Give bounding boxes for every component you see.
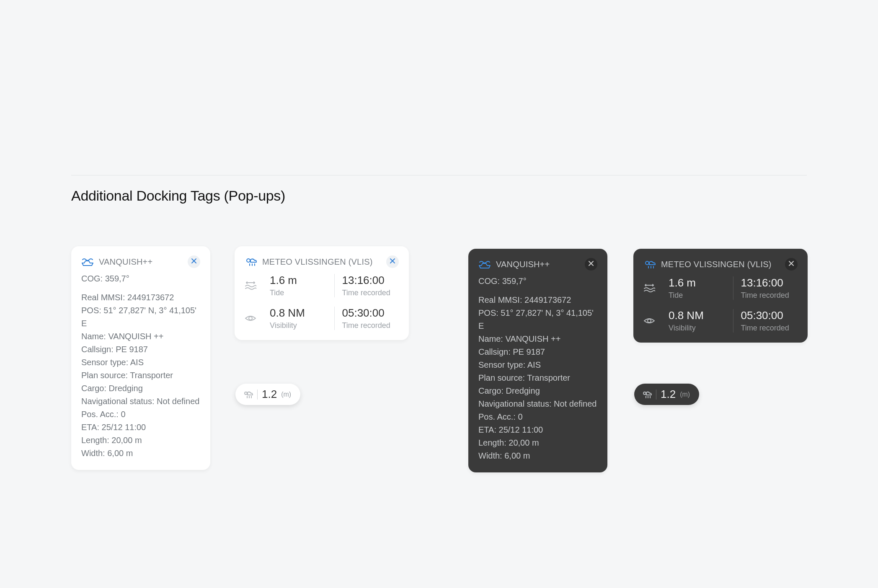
svg-point-12 bbox=[646, 261, 649, 265]
visibility-value: 0.8 NM bbox=[669, 309, 726, 322]
tide-time-cell: 13:16:00 Time recorded bbox=[741, 276, 798, 300]
detail-row: Length: 20,00 m bbox=[81, 434, 200, 447]
separator bbox=[733, 309, 733, 333]
detail-row: Width: 6,00 m bbox=[81, 447, 200, 460]
detail-row: Name: VANQUISH ++ bbox=[478, 333, 597, 346]
detail-row: ETA: 25/12 11:00 bbox=[81, 421, 200, 434]
separator bbox=[733, 276, 733, 300]
vessel-popup-light: VANQUISH++ COG: 359,7° Real MMSI: 244917… bbox=[71, 246, 210, 470]
separator bbox=[334, 274, 335, 297]
card-header: VANQUISH++ bbox=[478, 258, 597, 271]
pill-value: 1.2 bbox=[661, 388, 676, 401]
tide-label: Tide bbox=[669, 291, 726, 300]
separator bbox=[334, 307, 335, 330]
visibility-value: 0.8 NM bbox=[270, 307, 327, 320]
tide-value: 1.6 m bbox=[669, 276, 726, 289]
divider bbox=[71, 175, 807, 175]
detail-row: Length: 20,00 m bbox=[478, 436, 597, 449]
meteo-popup-dark: METEO VLISSINGEN (VLIS) 1.6 m Tide 13:16… bbox=[633, 249, 808, 343]
detail-row: Plan source: Transporter bbox=[478, 371, 597, 384]
meteo-readings: 1.6 m Tide 13:16:00 Time recorded 0.8 NM… bbox=[245, 274, 399, 330]
time-label: Time recorded bbox=[342, 321, 399, 330]
tide-time: 13:16:00 bbox=[342, 274, 399, 287]
visibility-cell: 0.8 NM Visibility bbox=[669, 309, 726, 333]
close-button[interactable] bbox=[386, 255, 399, 268]
pill-value: 1.2 bbox=[262, 388, 277, 401]
detail-row: Real MMSI: 2449173672 bbox=[81, 291, 200, 304]
pill-unit: (m) bbox=[680, 391, 690, 398]
detail-row: Plan source: Transporter bbox=[81, 369, 200, 382]
visibility-label: Visibility bbox=[270, 321, 327, 330]
card-header: METEO VLISSINGEN (VLIS) bbox=[643, 258, 798, 271]
close-icon bbox=[390, 258, 395, 266]
cog-value: COG: 359,7° bbox=[81, 274, 200, 284]
meteo-popup-light: METEO VLISSINGEN (VLIS) 1.6 m Tide 13:16… bbox=[235, 246, 409, 340]
svg-point-24 bbox=[643, 392, 646, 395]
meteo-pill-light[interactable]: 1.2 (m) bbox=[235, 384, 300, 405]
cog-value: COG: 359,7° bbox=[478, 276, 597, 286]
card-header: VANQUISH++ bbox=[81, 255, 200, 268]
close-button[interactable] bbox=[785, 258, 798, 271]
card-title: VANQUISH++ bbox=[496, 260, 550, 269]
visibility-cell: 0.8 NM Visibility bbox=[270, 307, 327, 330]
close-icon bbox=[588, 260, 594, 268]
detail-row: Sensor type: AIS bbox=[81, 356, 200, 369]
svg-point-19 bbox=[648, 319, 651, 322]
meteo-readings: 1.6 m Tide 13:16:00 Time recorded 0.8 NM… bbox=[643, 276, 798, 333]
detail-row: Cargo: Dredging bbox=[478, 384, 597, 397]
close-button[interactable] bbox=[188, 255, 200, 268]
time-label: Time recorded bbox=[342, 289, 399, 297]
detail-row: Callsign: PE 9187 bbox=[478, 346, 597, 358]
close-icon bbox=[191, 258, 197, 266]
detail-row: Cargo: Dredging bbox=[81, 382, 200, 395]
tide-cell: 1.6 m Tide bbox=[669, 276, 726, 300]
section-title: Additional Docking Tags (Pop-ups) bbox=[71, 188, 285, 204]
detail-row: Navigational status: Not defined bbox=[81, 395, 200, 408]
weather-icon bbox=[245, 257, 257, 266]
vessel-details: Real MMSI: 2449173672 POS: 51° 27,827' N… bbox=[81, 291, 200, 460]
vessel-popup-dark: VANQUISH++ COG: 359,7° Real MMSI: 244917… bbox=[468, 249, 607, 472]
detail-row: Navigational status: Not defined bbox=[478, 397, 597, 410]
meteo-pill-dark[interactable]: 1.2 (m) bbox=[634, 384, 699, 405]
card-title: METEO VLISSINGEN (VLIS) bbox=[262, 257, 373, 267]
vessel-details: Real MMSI: 2449173672 POS: 51° 27,827' N… bbox=[478, 294, 597, 462]
separator bbox=[656, 389, 656, 400]
detail-row: POS: 51° 27,827' N, 3° 41,105' E bbox=[478, 307, 597, 333]
svg-point-2 bbox=[247, 259, 250, 262]
time-label: Time recorded bbox=[741, 291, 798, 300]
visibility-time: 05:30:00 bbox=[741, 309, 798, 322]
tide-cell: 1.6 m Tide bbox=[270, 274, 327, 297]
detail-row: Sensor type: AIS bbox=[478, 358, 597, 371]
tide-value: 1.6 m bbox=[270, 274, 327, 287]
visibility-label: Visibility bbox=[669, 324, 726, 333]
card-title: VANQUISH++ bbox=[99, 257, 152, 267]
detail-row: ETA: 25/12 11:00 bbox=[478, 423, 597, 436]
ship-icon bbox=[81, 257, 94, 266]
svg-point-20 bbox=[245, 392, 247, 395]
detail-row: Name: VANQUISH ++ bbox=[81, 330, 200, 343]
detail-row: Callsign: PE 9187 bbox=[81, 343, 200, 356]
card-title: METEO VLISSINGEN (VLIS) bbox=[661, 260, 772, 269]
visibility-time-cell: 05:30:00 Time recorded bbox=[741, 309, 798, 333]
weather-icon bbox=[243, 390, 253, 399]
detail-row: Width: 6,00 m bbox=[478, 449, 597, 462]
tide-time-cell: 13:16:00 Time recorded bbox=[342, 274, 399, 297]
tide-label: Tide bbox=[270, 289, 327, 297]
close-icon bbox=[788, 260, 794, 268]
visibility-time-cell: 05:30:00 Time recorded bbox=[342, 307, 399, 330]
visibility-time: 05:30:00 bbox=[342, 307, 399, 320]
separator bbox=[257, 389, 258, 400]
weather-icon bbox=[642, 390, 652, 399]
tide-icon bbox=[643, 284, 661, 293]
weather-icon bbox=[643, 260, 656, 269]
detail-row: Real MMSI: 2449173672 bbox=[478, 294, 597, 307]
time-label: Time recorded bbox=[741, 324, 798, 333]
detail-row: Pos. Acc.: 0 bbox=[81, 408, 200, 421]
tide-icon bbox=[245, 281, 262, 290]
eye-icon bbox=[245, 314, 262, 322]
detail-row: Pos. Acc.: 0 bbox=[478, 410, 597, 423]
detail-row: POS: 51° 27,827' N, 3° 41,105' E bbox=[81, 304, 200, 330]
pill-unit: (m) bbox=[281, 391, 291, 398]
svg-point-9 bbox=[249, 317, 252, 320]
close-button[interactable] bbox=[585, 258, 597, 271]
